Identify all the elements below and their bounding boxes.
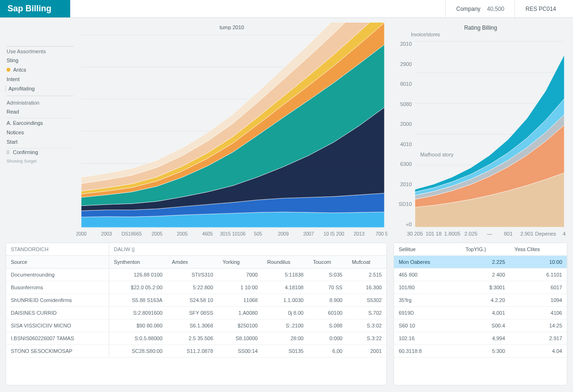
- cell: S11.2.0878: [167, 344, 218, 357]
- table-row[interactable]: 60.3118:85:3004.04: [394, 344, 567, 357]
- cell: 4,001: [461, 306, 510, 319]
- metric-label: Company: [456, 6, 480, 12]
- cell: SISA VISSICICIIV MICNO: [6, 319, 109, 332]
- svg-text:SD10: SD10: [399, 201, 412, 207]
- svg-text:2005: 2005: [177, 231, 188, 237]
- cell: $90 80.080: [109, 319, 167, 332]
- svg-text:DS18665: DS18665: [122, 231, 142, 237]
- cell: S8.10000: [218, 332, 262, 344]
- col-header[interactable]: Source: [6, 255, 109, 268]
- table-row[interactable]: Documentrounding126.88 0100STI/S31070005…: [6, 268, 386, 281]
- col-header[interactable]: Yess Clites: [510, 243, 567, 256]
- svg-text:2003: 2003: [101, 231, 112, 237]
- cell: S60 10: [394, 319, 461, 332]
- svg-text:«0: «0: [406, 221, 411, 227]
- svg-text:30 205: 30 205: [407, 231, 423, 237]
- cell: 11068: [218, 294, 262, 306]
- cell: SC28.S80:00: [109, 344, 167, 357]
- cell: Mon Oaberes: [394, 255, 461, 268]
- legend-item-read[interactable]: Read: [7, 108, 74, 115]
- table-row[interactable]: I.BSNIS060226007 TAMASS:0.5.880002.5 35.…: [6, 332, 386, 344]
- col-header[interactable]: Toucom: [308, 255, 347, 268]
- cell: S00.4: [461, 319, 510, 332]
- divider-icon: [7, 96, 74, 96]
- svg-text:2010: 2010: [400, 181, 412, 187]
- svg-text:4010: 4010: [400, 141, 412, 147]
- svg-text:5080: 5080: [400, 101, 412, 107]
- col-header[interactable]: TopYIG.): [461, 243, 510, 256]
- table-row[interactable]: 6919D4,0014106: [394, 306, 567, 319]
- legend-footer: Showing Sorget: [7, 158, 74, 164]
- table-row[interactable]: 102.164,9942.917: [394, 332, 567, 344]
- cell: S.088: [308, 319, 347, 332]
- table-row[interactable]: S60 10S00.414:25: [394, 319, 567, 332]
- col-header[interactable]: Sellitue: [394, 243, 461, 256]
- col-header[interactable]: Roundilus: [262, 255, 308, 268]
- cell: SFY 08SS: [167, 306, 218, 319]
- legend-item-start[interactable]: Start: [7, 139, 74, 145]
- col-header[interactable]: Synthenton: [109, 255, 167, 268]
- main-chart-svg: 20002003DS186652005200546053015 10106505…: [76, 23, 387, 239]
- cell: S5302: [347, 294, 386, 306]
- table-row[interactable]: Busonferroms$22.0 05.2:005:22.8001 10:00…: [6, 281, 386, 294]
- svg-text:Mafhood story: Mafhood story: [420, 152, 454, 157]
- brand-title: Sap Billing: [0, 0, 70, 17]
- cell: 35'frg: [394, 294, 461, 306]
- svg-text:2009: 2009: [278, 231, 289, 237]
- legend-item-branch[interactable]: Aprofitating: [5, 85, 74, 92]
- cell: 7000: [218, 268, 262, 281]
- cell: S6.1.3068: [167, 319, 218, 332]
- legend-item-intent[interactable]: Intent: [7, 76, 74, 82]
- metric-value: 40,500: [487, 6, 505, 12]
- cell: 2 400: [461, 268, 510, 281]
- cell: 14:25: [510, 319, 567, 332]
- legend-item-antcs[interactable]: Antcs: [7, 66, 74, 73]
- table-row[interactable]: DAISINES CURRIDS:2.8091600SFY 08SS1.A008…: [6, 306, 386, 319]
- metric-company[interactable]: Company 40,500: [445, 0, 515, 17]
- table-row[interactable]: 465 8002 4006.1101: [394, 268, 567, 281]
- cell: S:.2100: [262, 319, 308, 332]
- table-row[interactable]: SISA VISSICICIIV MICNO$90 80.080S6.1.306…: [6, 319, 386, 332]
- svg-text:4605: 4605: [202, 231, 213, 237]
- legend-item-sting[interactable]: Sting: [7, 57, 74, 64]
- table-row[interactable]: ShUNRIEID ComidenfirmsS5.88 S163AS24.58 …: [6, 294, 386, 306]
- cell: 28:00: [262, 332, 308, 344]
- cell: 4.2.20: [461, 294, 510, 306]
- cell: 2.5 35.506: [167, 332, 218, 344]
- table-row[interactable]: 35'frg4.2.201094: [394, 294, 567, 306]
- side-chart-svg: 30 205101 181.80052.025—8012.901Depenes4…: [394, 37, 567, 239]
- main-table: STANDORDICH DALIW (j SourceSynthentonAmd…: [6, 243, 387, 385]
- svg-text:3015 10106: 3015 10106: [220, 231, 246, 237]
- cell: STONO SESOCKIMOSAP: [6, 344, 109, 357]
- cell: 0j 8.00: [262, 306, 308, 319]
- cell: ShUNRIEID Comidenfirms: [6, 294, 109, 306]
- legend-item-notices[interactable]: Notices: [7, 129, 74, 136]
- svg-text:6300: 6300: [400, 161, 412, 167]
- cell: S.3:22: [347, 332, 386, 344]
- cell: 2.225: [461, 255, 510, 268]
- header-metrics: Company 40,500 RES PC014: [445, 0, 573, 17]
- table-row[interactable]: 101/80$:30016017: [394, 281, 567, 294]
- metric-res[interactable]: RES PC014: [515, 0, 573, 17]
- col-header[interactable]: Yorking: [218, 255, 262, 268]
- col-header[interactable]: Mufcoat: [347, 255, 386, 268]
- cell: DAISINES CURRID: [6, 306, 109, 319]
- charts-row: Use Assortments Sting Antcs Intent Aprof…: [6, 23, 567, 239]
- cell: 6.1101: [510, 268, 567, 281]
- cell: STI/S310: [167, 268, 218, 281]
- cell: 126.88 0100: [109, 268, 167, 281]
- side-chart-title: Rating Billing: [394, 23, 567, 32]
- legend-item-earcoindings[interactable]: A. Earcoindings: [7, 118, 74, 126]
- cell: $:3001: [461, 281, 510, 294]
- header: Sap Billing Company 40,500 RES PC014: [0, 0, 573, 18]
- side-table: SellitueTopYIG.)Yess Clites Mon Oaberes2…: [393, 243, 567, 385]
- cell: 4106: [510, 306, 567, 319]
- table-row[interactable]: STONO SESOCKIMOSAPSC28.S80:00S11.2.0878S…: [6, 344, 386, 357]
- col-header[interactable]: Amdex: [167, 255, 218, 268]
- cell: 2.515: [347, 268, 386, 281]
- cell: Busonferroms: [6, 281, 109, 294]
- cell: 1094: [510, 294, 567, 306]
- cell: 2.917: [510, 332, 567, 344]
- svg-text:700 500: 700 500: [376, 231, 387, 237]
- table-row-highlight[interactable]: Mon Oaberes2.22510:00: [394, 255, 567, 268]
